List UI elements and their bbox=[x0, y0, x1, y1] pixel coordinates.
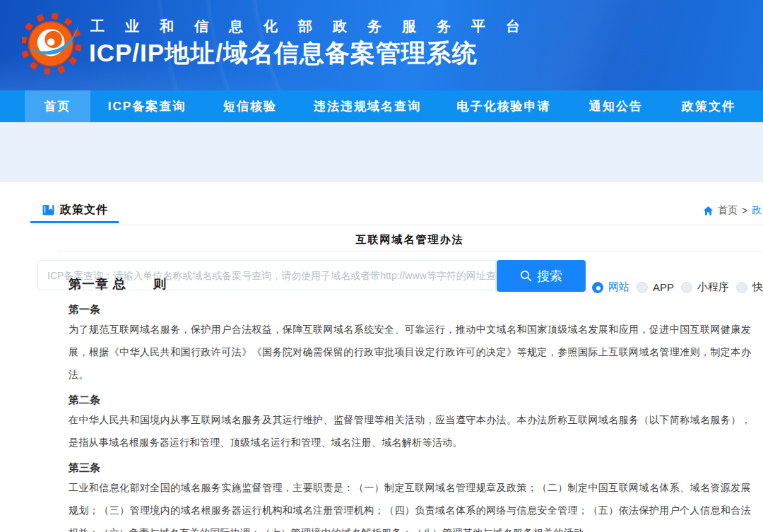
radio-selected-icon bbox=[592, 282, 603, 293]
clause-heading: 第三条 bbox=[69, 461, 751, 475]
breadcrumb-home[interactable]: 首页 bbox=[718, 204, 738, 217]
tab-policy-files-label: 政策文件 bbox=[60, 203, 108, 218]
radio-option-miniprogram[interactable]: 小程序 bbox=[681, 280, 729, 294]
header-banner: 工业和信息化部政务服务平台 ICP/IP地址/域名信息备案管理系统 bbox=[0, 0, 763, 90]
nav-item-policy-files[interactable]: 政策文件 bbox=[682, 90, 735, 122]
nav-item-sms-verify[interactable]: 短信核验 bbox=[223, 90, 277, 122]
nav-item-home[interactable]: 首页 bbox=[25, 90, 90, 122]
home-icon bbox=[703, 206, 714, 216]
miit-gear-e-logo-icon[interactable] bbox=[22, 6, 81, 85]
main-nav: 首页 ICP备案查询 短信核验 违法违规域名查询 电子化核验申请 通知公告 政策… bbox=[0, 90, 763, 122]
radio-icon bbox=[637, 282, 648, 293]
search-button-label: 搜索 bbox=[537, 268, 562, 285]
nav-item-illegal-domain-query[interactable]: 违法违规域名查询 bbox=[314, 90, 421, 122]
chapter-heading: 第一章 总 则 bbox=[69, 276, 167, 292]
policy-book-icon bbox=[42, 204, 54, 215]
search-button[interactable]: 搜索 bbox=[497, 260, 586, 292]
radio-label: APP bbox=[653, 281, 674, 293]
clause-text: 工业和信息化部对全国的域名服务实施监督管理，主要职责是：（一）制定互联网域名管理… bbox=[69, 476, 751, 532]
clause-text: 在中华人民共和国境内从事互联网域名服务及其运行维护、监督管理等相关活动，应当遵守… bbox=[69, 408, 751, 454]
page-root: 工业和信息化部政务服务平台 ICP/IP地址/域名信息备案管理系统 首页 ICP… bbox=[0, 0, 763, 532]
radio-option-app[interactable]: APP bbox=[637, 281, 674, 293]
breadcrumb-separator: > bbox=[742, 205, 747, 216]
nav-item-icp-query[interactable]: ICP备案查询 bbox=[108, 90, 186, 122]
radio-label: 小程序 bbox=[697, 280, 729, 294]
clause-heading: 第一条 bbox=[69, 302, 751, 317]
clause-block: 第二条 在中华人民共和国境内从事互联网域名服务及其运行维护、监督管理等相关活动，… bbox=[69, 393, 751, 454]
system-title: ICP/IP地址/域名信息备案管理系统 bbox=[89, 37, 478, 70]
article-title: 互联网域名管理办法 bbox=[69, 233, 751, 247]
clause-block: 第一条 为了规范互联网域名服务，保护用户合法权益，保障互联网域名系统安全、可靠运… bbox=[69, 302, 751, 386]
radio-label: 网站 bbox=[608, 280, 629, 294]
search-section: 搜索 网站 APP 小程序 快 bbox=[0, 122, 763, 182]
tab-policy-files[interactable]: 政策文件 bbox=[30, 199, 119, 223]
tabs-divider bbox=[30, 225, 763, 225]
platform-name: 工业和信息化部政务服务平台 bbox=[90, 17, 540, 36]
radio-label: 快 bbox=[752, 280, 763, 294]
search-type-radio-group: 网站 APP 小程序 快 bbox=[592, 280, 763, 294]
nav-item-e-verification[interactable]: 电子化核验申请 bbox=[457, 90, 551, 122]
breadcrumb: 首页 > 政 bbox=[703, 204, 762, 217]
breadcrumb-current: 政 bbox=[752, 204, 762, 217]
title-divider bbox=[57, 252, 763, 252]
radio-icon bbox=[736, 282, 747, 293]
radio-icon bbox=[681, 282, 692, 293]
radio-option-quickapp[interactable]: 快 bbox=[736, 280, 763, 294]
clause-heading: 第二条 bbox=[69, 393, 751, 407]
clause-block: 第三条 工业和信息化部对全国的域名服务实施监督管理，主要职责是：（一）制定互联网… bbox=[69, 461, 751, 532]
radio-option-website[interactable]: 网站 bbox=[592, 280, 629, 294]
article-body: 第一条 为了规范互联网域名服务，保护用户合法权益，保障互联网域名系统安全、可靠运… bbox=[69, 298, 751, 532]
magnifier-icon bbox=[520, 270, 532, 282]
clause-text: 为了规范互联网域名服务，保护用户合法权益，保障互联网域名系统安全、可靠运行，推动… bbox=[69, 318, 751, 386]
nav-item-notices[interactable]: 通知公告 bbox=[589, 90, 643, 122]
